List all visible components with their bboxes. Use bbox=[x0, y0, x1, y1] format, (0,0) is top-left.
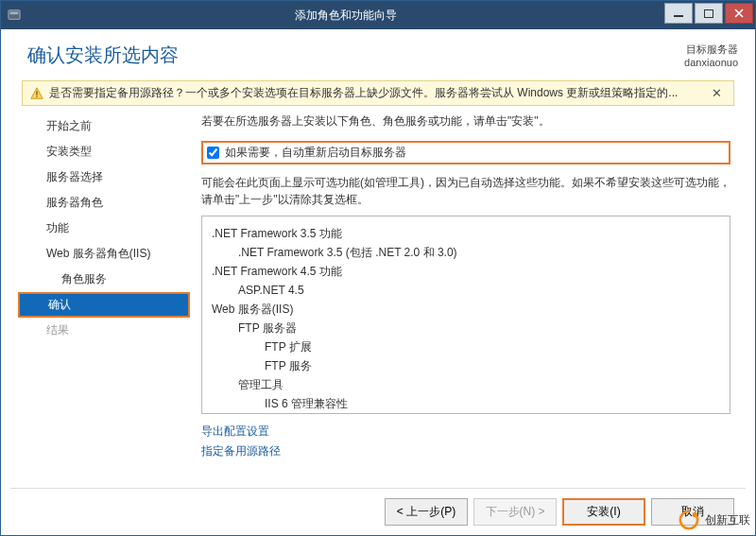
watermark-icon bbox=[679, 510, 699, 530]
nav-item-role-services[interactable]: 角色服务 bbox=[18, 267, 190, 292]
footer-buttons: < 上一步(P) 下一步(N) > 安装(I) 取消 bbox=[10, 488, 746, 529]
wizard-window: 添加角色和功能向导 确认安装所选内容 目标服务器 danxiaonuo 是否需要… bbox=[0, 0, 756, 536]
close-icon bbox=[734, 9, 744, 18]
alt-source-link[interactable]: 指定备用源路径 bbox=[201, 441, 730, 461]
auto-restart-checkbox[interactable] bbox=[207, 147, 219, 159]
tree-item: FTP 服务器 bbox=[212, 319, 720, 337]
nav-item-iis[interactable]: Web 服务器角色(IIS) bbox=[18, 241, 190, 267]
tree-item: ASP.NET 4.5 bbox=[212, 281, 720, 300]
prev-button[interactable]: < 上一步(P) bbox=[385, 498, 468, 526]
target-server-info: 目标服务器 danxiaonuo bbox=[684, 43, 738, 69]
window-title: 添加角色和功能向导 bbox=[27, 8, 664, 24]
next-button: 下一步(N) > bbox=[473, 498, 557, 526]
minimize-button[interactable] bbox=[664, 3, 693, 24]
watermark-text: 创新互联 bbox=[705, 512, 750, 528]
page-title: 确认安装所选内容 bbox=[27, 43, 684, 68]
links-area: 导出配置设置 指定备用源路径 bbox=[201, 414, 730, 461]
nav-item-server-roles[interactable]: 服务器角色 bbox=[18, 190, 190, 216]
svg-rect-1 bbox=[10, 12, 19, 15]
nav-item-start[interactable]: 开始之前 bbox=[18, 113, 190, 139]
tree-item: .NET Framework 4.5 功能 bbox=[212, 262, 720, 281]
nav-item-server-selection[interactable]: 服务器选择 bbox=[18, 164, 190, 190]
auto-restart-row[interactable]: 如果需要，自动重新启动目标服务器 bbox=[201, 141, 730, 164]
app-icon bbox=[7, 8, 22, 23]
nav-item-result: 结果 bbox=[18, 318, 190, 343]
svg-rect-0 bbox=[9, 10, 20, 20]
tree-item: IIS 6 管理兼容性 bbox=[212, 394, 720, 413]
tree-item: .NET Framework 3.5 (包括 .NET 2.0 和 3.0) bbox=[212, 243, 720, 262]
tree-item: FTP 扩展 bbox=[212, 337, 720, 356]
svg-point-5 bbox=[693, 512, 698, 518]
tree-item: Web 服务器(IIS) bbox=[212, 300, 720, 319]
export-config-link[interactable]: 导出配置设置 bbox=[201, 422, 730, 441]
desc-text-1: 若要在所选服务器上安装以下角色、角色服务或功能，请单击"安装"。 bbox=[201, 113, 730, 130]
close-button[interactable] bbox=[725, 3, 753, 24]
nav-item-confirm[interactable]: 确认 bbox=[18, 292, 190, 318]
watermark-badge: 创新互联 bbox=[679, 510, 750, 530]
maximize-button[interactable] bbox=[695, 3, 723, 24]
warning-icon bbox=[30, 87, 43, 100]
tree-item: FTP 服务 bbox=[212, 356, 720, 375]
tree-item: .NET Framework 3.5 功能 bbox=[212, 224, 720, 243]
titlebar: 添加角色和功能向导 bbox=[1, 1, 755, 29]
page-header: 确认安装所选内容 目标服务器 danxiaonuo bbox=[10, 37, 746, 80]
step-nav: 开始之前 安装类型 服务器选择 服务器角色 功能 Web 服务器角色(IIS) … bbox=[10, 113, 190, 488]
server-label: 目标服务器 bbox=[684, 43, 738, 56]
feature-tree[interactable]: .NET Framework 3.5 功能 .NET Framework 3.5… bbox=[201, 216, 730, 414]
nav-item-install-type[interactable]: 安装类型 bbox=[18, 139, 190, 164]
server-name: danxiaonuo bbox=[684, 56, 738, 69]
desc-text-2: 可能会在此页面上显示可选功能(如管理工具)，因为已自动选择这些功能。如果不希望安… bbox=[201, 174, 730, 208]
nav-item-features[interactable]: 功能 bbox=[18, 216, 190, 241]
auto-restart-label: 如果需要，自动重新启动目标服务器 bbox=[225, 145, 406, 161]
alert-bar: 是否需要指定备用源路径？一个或多个安装选项在目标服务器上缺少源文件。服务器将尝试… bbox=[22, 80, 734, 106]
svg-rect-3 bbox=[36, 95, 37, 96]
svg-rect-2 bbox=[36, 91, 37, 95]
tree-item: 管理工具 bbox=[212, 375, 720, 394]
alert-dismiss-button[interactable]: ✕ bbox=[708, 86, 726, 100]
content-panel: 若要在所选服务器上安装以下角色、角色服务或功能，请单击"安装"。 如果需要，自动… bbox=[190, 113, 746, 488]
alert-text: 是否需要指定备用源路径？一个或多个安装选项在目标服务器上缺少源文件。服务器将尝试… bbox=[49, 85, 708, 101]
install-button[interactable]: 安装(I) bbox=[562, 498, 645, 526]
